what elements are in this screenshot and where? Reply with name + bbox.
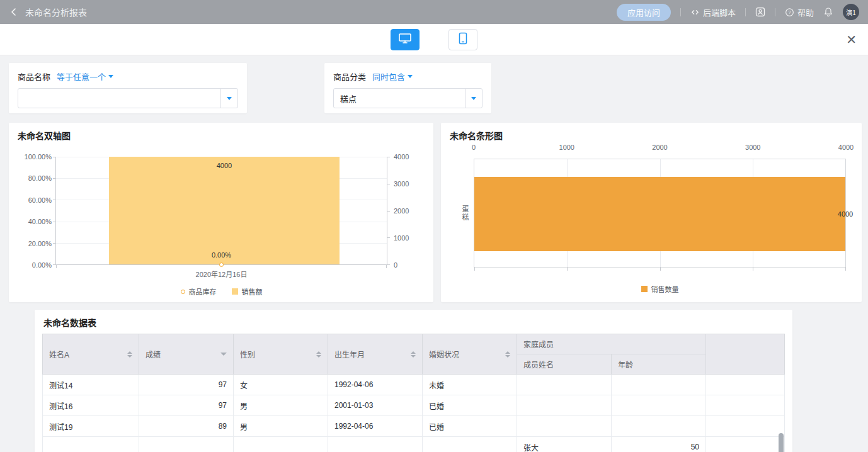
legend-label: 销售额 xyxy=(242,286,263,297)
column-header-marital[interactable]: 婚姻状况 xyxy=(423,334,517,375)
bar-chart-plot: 4000 xyxy=(474,159,846,268)
close-icon[interactable]: ✕ xyxy=(846,33,857,46)
vertical-scrollbar-thumb[interactable] xyxy=(779,433,784,452)
user-icon[interactable] xyxy=(755,7,765,17)
axis-tick-label: 2000 xyxy=(394,207,409,215)
axis-tick xyxy=(386,264,387,268)
axis-tick xyxy=(845,267,846,271)
filter-value-row: 糕点 xyxy=(333,88,483,108)
legend-item-sales[interactable]: 销售额 xyxy=(232,286,263,297)
axis-tick xyxy=(53,200,56,200)
x-category-label: 2020年12月16日 xyxy=(196,269,248,279)
legend-item-quantity[interactable]: 销售数量 xyxy=(641,284,679,294)
column-header-name[interactable]: 姓名A xyxy=(43,334,139,375)
filter-head: 商品名称 等于任意一个 xyxy=(18,71,238,82)
column-header-score[interactable]: 成绩 xyxy=(139,334,234,375)
legend-item-inventory[interactable]: 商品库存 xyxy=(181,286,217,297)
column-group-family: 家庭成员 xyxy=(517,334,706,354)
axis-tick xyxy=(567,267,568,271)
column-header-member-name[interactable]: 成员姓名 xyxy=(517,354,612,375)
axis-tick-label: 80.00% xyxy=(28,174,52,182)
axis-tick xyxy=(387,211,390,212)
column-header-empty xyxy=(706,334,785,375)
axis-tick-label: 20.00% xyxy=(28,240,52,247)
filter-selected-value[interactable]: 糕点 xyxy=(334,89,465,108)
axis-tick-label: 1000 xyxy=(394,234,409,242)
table-row[interactable]: 测试16 97 男 2001-01-03 已婚 xyxy=(43,395,785,416)
chart-legend: 商品库存 销售额 xyxy=(55,286,387,297)
bell-icon[interactable] xyxy=(823,7,833,17)
chart-title: 未命名条形图 xyxy=(450,129,503,142)
y-category-label: 蛋糕 xyxy=(460,205,470,222)
axis-tick xyxy=(53,157,56,157)
header-left: 未命名分析报表 xyxy=(9,6,87,18)
top-axis-labels: 0 1000 2000 3000 4000 xyxy=(474,144,846,152)
axis-tick-label: 100.00% xyxy=(25,153,52,161)
axis-tick xyxy=(53,243,56,244)
code-icon xyxy=(690,8,700,17)
backend-script-label: 后端脚本 xyxy=(703,6,736,18)
axis-tick xyxy=(387,184,390,184)
axis-tick-label: 0 xyxy=(472,144,476,151)
inventory-point[interactable] xyxy=(219,263,224,267)
column-header-birth[interactable]: 出生年月 xyxy=(328,334,423,375)
sort-icon[interactable] xyxy=(505,351,510,358)
back-icon[interactable] xyxy=(9,7,19,17)
table-row[interactable]: 测试14 97 女 1992-04-06 未婚 xyxy=(43,375,785,395)
chart-title: 未命名双轴图 xyxy=(18,129,71,142)
table-title: 未命名数据表 xyxy=(43,316,96,329)
axis-tick-label: 40.00% xyxy=(28,218,52,225)
bar-chart-panel: 未命名条形图 0 1000 2000 3000 4000 蛋糕 4000 xyxy=(441,123,862,302)
chevron-down-icon xyxy=(471,97,476,100)
legend-label: 销售数量 xyxy=(651,284,679,294)
sort-icon[interactable] xyxy=(411,351,416,358)
app-access-button[interactable]: 应用访问 xyxy=(617,4,671,21)
filter-dropdown-button[interactable] xyxy=(465,89,482,108)
filter-operator-label: 等于任意一个 xyxy=(57,71,106,82)
chart-legend: 销售数量 xyxy=(474,284,846,294)
axis-tick xyxy=(753,267,753,271)
filter-dropdown-button[interactable] xyxy=(220,89,237,108)
axis-tick-label: 4000 xyxy=(838,144,854,151)
sort-icon[interactable] xyxy=(316,351,321,358)
app-header: 未命名分析报表 应用访问 后端脚本 ? 帮助 xyxy=(0,0,868,24)
column-header-age[interactable]: 年龄 xyxy=(612,354,706,375)
column-header-gender[interactable]: 性别 xyxy=(234,334,328,375)
filter-product-name: 商品名称 等于任意一个 xyxy=(9,63,247,113)
axis-tick-label: 3000 xyxy=(394,180,409,188)
dual-axis-plot: 4000 0.00% 2020年12月16日 xyxy=(55,157,387,265)
bar-value-label: 4000 xyxy=(109,162,340,169)
mobile-view-button[interactable] xyxy=(448,29,477,50)
table-row[interactable]: 张大 50 xyxy=(43,437,785,452)
divider xyxy=(680,8,681,16)
desktop-icon xyxy=(399,33,411,46)
divider xyxy=(745,8,746,16)
header-actions: 应用访问 后端脚本 ? 帮助 演1 xyxy=(617,4,859,21)
avatar[interactable]: 演1 xyxy=(843,4,859,20)
filter-operator-dropdown[interactable]: 同时包含 xyxy=(372,71,413,82)
help-button[interactable]: ? 帮助 xyxy=(785,6,814,18)
axis-tick xyxy=(53,178,56,179)
filter-operator-label: 同时包含 xyxy=(372,71,405,82)
axis-tick-label: 60.00% xyxy=(28,196,52,204)
filter-label: 商品名称 xyxy=(18,71,50,82)
data-table-panel: 未命名数据表 姓名A 成绩 xyxy=(35,310,792,452)
sort-icon[interactable] xyxy=(127,351,132,358)
svg-text:?: ? xyxy=(788,9,791,15)
backend-script-button[interactable]: 后端脚本 xyxy=(690,6,736,18)
axis-tick-label: 0.00% xyxy=(32,261,52,269)
chevron-down-icon xyxy=(408,75,413,78)
question-icon: ? xyxy=(785,8,794,17)
quantity-bar[interactable]: 4000 xyxy=(474,177,845,251)
device-toggle-group xyxy=(391,29,477,50)
axis-tick xyxy=(660,267,661,271)
sales-bar[interactable]: 4000 xyxy=(109,157,340,264)
axis-tick xyxy=(474,267,475,271)
right-axis-labels: 4000 3000 2000 1000 0 xyxy=(394,157,426,265)
filter-operator-dropdown[interactable]: 等于任意一个 xyxy=(57,71,113,82)
desktop-view-button[interactable] xyxy=(391,29,420,50)
table-row[interactable]: 测试19 89 男 1992-04-06 已婚 xyxy=(43,416,785,437)
filter-head: 商品分类 同时包含 xyxy=(333,71,483,82)
filter-caret-icon[interactable] xyxy=(220,353,227,356)
filter-value-input[interactable] xyxy=(18,89,220,108)
